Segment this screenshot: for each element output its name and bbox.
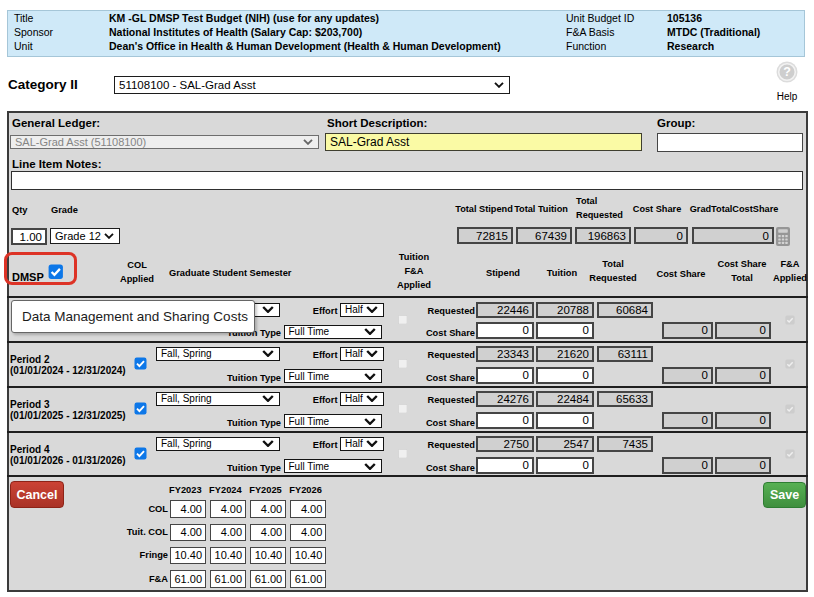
svg-text:?: ? — [783, 65, 791, 79]
